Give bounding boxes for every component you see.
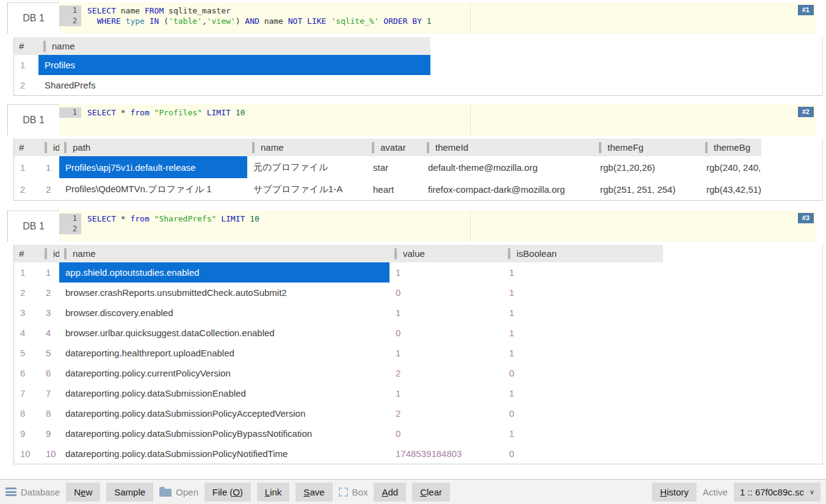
table-cell[interactable]: 6 <box>40 363 59 383</box>
table-cell[interactable]: 1 <box>389 383 503 403</box>
column-separator[interactable] <box>508 248 510 259</box>
table-cell[interactable]: 5 <box>40 343 59 363</box>
table-cell[interactable]: rgb(21,20,26) <box>594 156 700 178</box>
table-cell[interactable]: 1 <box>389 343 503 363</box>
table-cell[interactable]: datareporting.policy.dataSubmissionPolic… <box>59 444 389 464</box>
table-cell[interactable]: app.shield.optoutstudies.enabled <box>59 262 389 283</box>
column-header[interactable]: name <box>247 139 367 156</box>
table-cell[interactable]: 2 <box>389 363 503 383</box>
row-number-cell[interactable]: 4 <box>14 323 40 343</box>
open-menu[interactable]: Open <box>159 487 198 497</box>
table-cell[interactable]: datareporting.policy.dataSubmissionEnabl… <box>59 383 389 403</box>
table-cell[interactable]: 3 <box>40 303 59 323</box>
row-number-cell[interactable]: 5 <box>14 343 40 363</box>
column-header[interactable]: # <box>14 139 40 156</box>
column-header[interactable]: # <box>14 245 40 262</box>
table-cell[interactable]: 1 <box>40 262 59 283</box>
sample-button[interactable]: Sample <box>106 483 153 502</box>
table-cell[interactable]: 9 <box>40 423 59 444</box>
row-number-cell[interactable]: 1 <box>14 262 40 283</box>
table-cell[interactable]: 0 <box>503 403 663 423</box>
row-number-cell[interactable]: 2 <box>14 75 38 95</box>
table-cell[interactable]: browser.crashReports.unsubmittedCheck.au… <box>59 283 389 303</box>
column-header[interactable]: themeFg <box>594 139 700 156</box>
column-separator[interactable] <box>45 248 47 259</box>
table-cell[interactable]: 1 <box>503 343 663 363</box>
column-separator[interactable] <box>599 142 601 153</box>
table-cell[interactable]: rgb(43,42,51) <box>700 178 761 200</box>
column-separator[interactable] <box>394 248 397 259</box>
column-header[interactable]: name <box>38 37 430 55</box>
table-cell[interactable]: browser.urlbar.quicksuggest.dataCollecti… <box>59 323 389 343</box>
column-separator[interactable] <box>45 142 47 153</box>
save-button[interactable]: Save <box>295 483 332 502</box>
table-cell[interactable]: 1 <box>389 262 503 283</box>
table-cell[interactable]: Profiles\apj75v1i.default-release <box>59 156 247 178</box>
table-cell[interactable]: 10 <box>40 444 59 464</box>
table-cell[interactable]: datareporting.healthreport.uploadEnabled <box>59 343 389 363</box>
row-number-cell[interactable]: 7 <box>14 383 40 403</box>
row-number-cell[interactable]: 10 <box>14 444 40 464</box>
table-cell[interactable]: 0 <box>389 323 503 343</box>
row-number-cell[interactable]: 3 <box>14 303 40 323</box>
database-menu[interactable]: Database <box>5 487 60 497</box>
table-row[interactable]: 1Profiles <box>14 55 822 75</box>
row-number-cell[interactable]: 2 <box>14 178 40 200</box>
table-cell[interactable]: firefox-compact-dark@mozilla.org <box>422 178 594 200</box>
row-number-cell[interactable]: 9 <box>14 423 40 444</box>
table-row[interactable]: 33browser.discovery.enabled11 <box>14 303 822 323</box>
column-separator[interactable] <box>372 142 374 153</box>
table-cell[interactable]: browser.discovery.enabled <box>59 303 389 323</box>
code-line[interactable]: 2 WHERE type IN ('table','view') AND nam… <box>59 16 816 26</box>
table-cell[interactable]: サブプロファイル1-A <box>247 178 367 200</box>
clear-button[interactable]: Clear <box>412 483 450 502</box>
table-cell[interactable]: 0 <box>503 363 663 383</box>
column-header[interactable]: value <box>389 245 503 262</box>
table-cell[interactable]: 1 <box>503 303 663 323</box>
column-header[interactable]: themeBg <box>700 139 761 156</box>
table-row[interactable]: 88datareporting.policy.dataSubmissionPol… <box>14 403 822 423</box>
table-cell[interactable]: 1 <box>389 303 503 323</box>
row-number-cell[interactable]: 1 <box>14 156 40 178</box>
table-cell[interactable]: 4 <box>40 323 59 343</box>
table-cell[interactable]: datareporting.policy.dataSubmissionPolic… <box>59 423 389 444</box>
table-cell[interactable]: 8 <box>40 403 59 423</box>
row-number-cell[interactable]: 1 <box>14 55 38 75</box>
table-cell[interactable]: 7 <box>40 383 59 403</box>
add-button[interactable]: Add <box>374 483 406 502</box>
table-cell[interactable]: Profiles\Qde0MTVn.プロファイル 1 <box>59 178 247 200</box>
column-header[interactable]: # <box>14 37 38 55</box>
table-cell[interactable]: 1 <box>503 323 663 343</box>
link-button[interactable]: Link <box>257 483 290 502</box>
box-toggle[interactable]: Box <box>339 487 368 497</box>
table-cell[interactable]: 1 <box>40 156 59 178</box>
column-separator[interactable] <box>427 142 429 153</box>
code-line[interactable]: 1SELECT * from "SharedPrefs" LIMIT 10 <box>59 214 816 224</box>
column-header[interactable]: id <box>40 245 59 262</box>
row-number-cell[interactable]: 8 <box>14 403 40 423</box>
table-cell[interactable]: 1 <box>503 283 663 303</box>
table-cell[interactable]: 1 <box>503 423 663 444</box>
new-button[interactable]: New <box>66 483 100 502</box>
table-cell[interactable]: 0 <box>503 444 663 464</box>
table-cell[interactable]: 2 <box>40 283 59 303</box>
file-button[interactable]: File (O) <box>205 483 251 502</box>
table-cell[interactable]: rgb(240, 240, 244) <box>700 156 761 178</box>
column-header[interactable]: id <box>40 139 59 156</box>
table-cell[interactable]: 0 <box>389 423 503 444</box>
table-cell[interactable]: 1 <box>503 262 663 283</box>
table-row[interactable]: 22browser.crashReports.unsubmittedCheck.… <box>14 283 822 303</box>
column-header[interactable]: themeId <box>422 139 594 156</box>
column-separator[interactable] <box>64 248 67 259</box>
table-cell[interactable]: star <box>367 156 422 178</box>
column-separator[interactable] <box>705 142 708 153</box>
table-cell[interactable]: Profiles <box>38 55 430 75</box>
table-row[interactable]: 22Profiles\Qde0MTVn.プロファイル 1サブプロファイル1-Ah… <box>14 178 822 200</box>
table-cell[interactable]: SharedPrefs <box>38 75 430 95</box>
table-row[interactable]: 66datareporting.policy.currentPolicyVers… <box>14 363 822 383</box>
table-cell[interactable]: 0 <box>389 283 503 303</box>
sql-editor-1[interactable]: 1SELECT name FROM sqlite_master2 WHERE t… <box>59 2 816 34</box>
table-row[interactable]: 99datareporting.policy.dataSubmissionPol… <box>14 423 822 444</box>
table-cell[interactable]: 1748539184803 <box>389 444 503 464</box>
table-cell[interactable]: 2 <box>389 403 503 423</box>
